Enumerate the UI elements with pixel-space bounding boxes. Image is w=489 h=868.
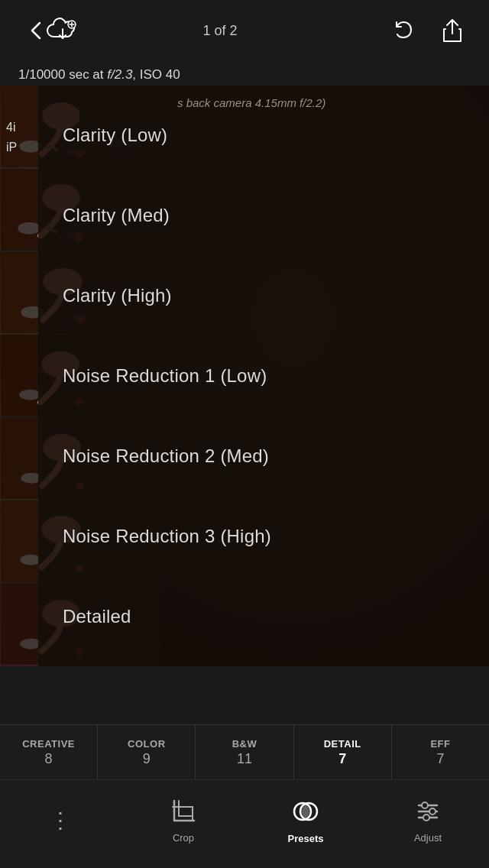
camera-info-overlay: s back camera 4.15mm f/2.2)	[168, 96, 489, 109]
preset-panel: Clarity (Low) Clarity (Med) Clarity (Hig…	[38, 86, 489, 666]
preset-detailed[interactable]: Detailed	[38, 592, 489, 641]
preset-clarity-high[interactable]: Clarity (High)	[38, 271, 489, 320]
svg-point-45	[423, 815, 429, 821]
left-device-info: 4i iP	[6, 118, 17, 157]
cloud-upload-button[interactable]	[46, 14, 79, 50]
tab-bw[interactable]: B&W 11	[196, 725, 293, 779]
preset-clarity-med[interactable]: Clarity (Med)	[38, 191, 489, 240]
share-icon	[441, 18, 464, 43]
tab-detail[interactable]: DETAIL 7	[294, 725, 392, 779]
header: 1 of 2	[0, 0, 489, 61]
tab-eff[interactable]: EFF 7	[392, 725, 489, 779]
photo-info: 1/10000 sec at f/2.3, ISO 40	[0, 61, 489, 86]
preset-noise-med[interactable]: Noise Reduction 2 (Med)	[38, 432, 489, 481]
cloud-button-group	[46, 14, 79, 50]
main-content-area: s back camera 4.15mm f/2.2) 4i iP	[0, 86, 489, 666]
preset-clarity-low[interactable]: Clarity (Low)	[38, 111, 489, 160]
share-button[interactable]	[434, 12, 471, 49]
adjust-icon	[414, 798, 442, 828]
presets-icon	[291, 797, 320, 828]
cloud-upload-icon	[46, 15, 79, 49]
more-icon: ⋮	[50, 810, 73, 831]
preset-noise-high[interactable]: Noise Reduction 3 (High)	[38, 512, 489, 561]
tab-creative[interactable]: CREATIVE 8	[0, 725, 98, 779]
svg-point-43	[422, 802, 428, 808]
adjust-button[interactable]: Adjust	[397, 798, 458, 844]
svg-point-14	[18, 222, 40, 234]
back-icon	[26, 20, 47, 41]
bottom-toolbar: ⋮ Crop Presets	[0, 779, 489, 868]
tab-color[interactable]: COLOR 9	[98, 725, 196, 779]
crop-button[interactable]: Crop	[153, 798, 214, 844]
undo-icon	[391, 18, 416, 43]
header-actions	[385, 12, 471, 49]
preset-noise-low[interactable]: Noise Reduction 1 (Low)	[38, 351, 489, 400]
exposure-info: 1/10000 sec at f/2.3, ISO 40	[18, 67, 180, 82]
nav-counter: 1 of 2	[202, 23, 237, 39]
crop-icon	[170, 798, 197, 828]
more-button[interactable]: ⋮	[31, 810, 92, 831]
undo-button[interactable]	[385, 12, 422, 49]
svg-point-44	[429, 808, 436, 815]
presets-button[interactable]: Presets	[275, 797, 336, 844]
category-tabs: CREATIVE 8 COLOR 9 B&W 11 DETAIL 7 EFF 7	[0, 724, 489, 779]
